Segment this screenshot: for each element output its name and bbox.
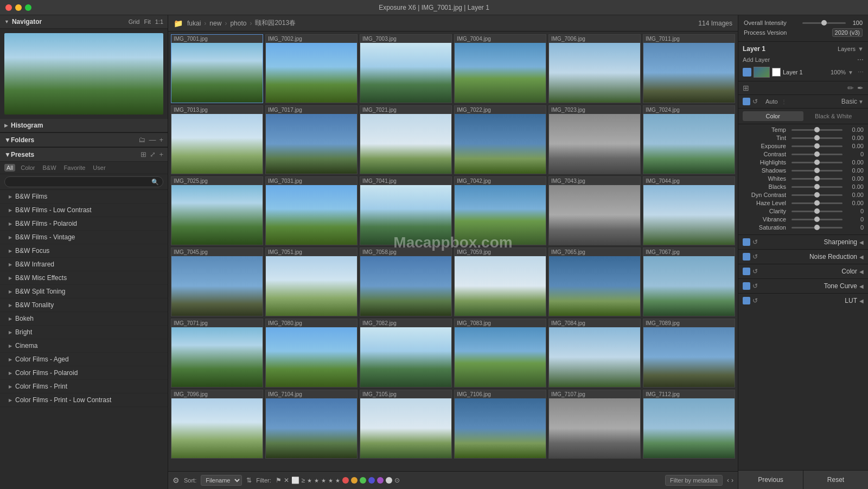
filter-square-icon[interactable]: ⬜ [291,477,299,484]
reset-button[interactable]: Reset [803,471,868,489]
tone-curve-enable-icon[interactable] [743,282,750,290]
image-cell-6[interactable]: IMG_7013.jpg [171,105,263,174]
image-cell-17[interactable]: IMG_7044.jpg [643,176,735,245]
next-image-icon[interactable]: › [731,477,733,484]
image-cell-22[interactable]: IMG_7065.jpg [548,247,641,316]
slider-thumb-4[interactable] [814,160,820,165]
filter-bw[interactable]: B&W [41,164,59,172]
navigator-header[interactable]: ▼ Navigator Grid Fit 1:1 [0,15,168,29]
filter-color[interactable]: Color [18,164,37,172]
maximize-button[interactable] [25,4,31,11]
previous-button[interactable]: Previous [738,471,803,489]
filter-purple-dot[interactable] [377,477,384,484]
presets-plus-icon[interactable]: + [159,150,163,158]
breadcrumb-fukai[interactable]: fukai [187,20,201,27]
slider-thumb-2[interactable] [814,143,820,149]
image-cell-35[interactable]: IMG_7112.jpg [643,390,735,459]
nav-grid-btn[interactable]: Grid [129,18,140,25]
breadcrumb-new[interactable]: new [209,20,221,27]
image-cell-10[interactable]: IMG_7023.jpg [548,105,641,174]
image-cell-1[interactable]: IMG_7002.jpg [265,34,358,103]
preset-item-11[interactable]: ▶Cinema [0,339,168,353]
basic-mode-label[interactable]: Basic [787,98,857,105]
preset-item-1[interactable]: ▶B&W Films - Low Contrast [0,204,168,217]
preset-item-4[interactable]: ▶B&W Focus [0,244,168,258]
preset-item-5[interactable]: ▶B&W Infrared [0,258,168,271]
folder-minus-icon[interactable]: — [149,136,156,144]
preset-item-2[interactable]: ▶B&W Films - Polaroid [0,217,168,231]
folder-icon-folder[interactable]: 🗂 [138,136,145,144]
filter-green-dot[interactable] [360,477,366,484]
image-cell-14[interactable]: IMG_7041.jpg [360,176,452,245]
filter-x-icon[interactable]: ✕ [284,477,289,484]
preset-search-input[interactable] [4,176,163,187]
sharpening-panel[interactable]: ↺ Sharpening ◀ [738,234,868,249]
image-cell-25[interactable]: IMG_7080.jpg [265,319,358,388]
image-cell-24[interactable]: IMG_7071.jpg [171,319,263,388]
preset-item-3[interactable]: ▶B&W Films - Vintage [0,231,168,244]
image-cell-12[interactable]: IMG_7025.jpg [171,176,263,245]
image-cell-9[interactable]: IMG_7022.jpg [454,105,546,174]
image-cell-0[interactable]: IMG_7001.jpg [171,34,263,103]
prev-image-icon[interactable]: ‹ [727,477,729,484]
filter-gray-dot[interactable] [386,477,392,484]
noise-reset-icon[interactable]: ↺ [752,253,758,261]
filter-star5[interactable]: ★ [335,478,340,484]
filter-blue-dot[interactable] [368,477,375,484]
slider-thumb-3[interactable] [814,151,820,157]
sharpening-reset-icon[interactable]: ↺ [752,238,758,246]
filter-star1[interactable]: ★ [307,478,312,484]
histogram-header[interactable]: ▶ Histogram [0,119,168,132]
image-cell-19[interactable]: IMG_7051.jpg [265,247,358,316]
color-panel[interactable]: ↺ Color ◀ [738,264,868,278]
filter-meta-button[interactable]: Filter by metadata [665,475,723,486]
filter-orange-dot[interactable] [351,477,358,484]
slider-thumb-9[interactable] [814,200,820,206]
nav-fit-btn[interactable]: Fit [144,18,150,25]
preset-item-9[interactable]: ▶Bokeh [0,312,168,326]
image-cell-2[interactable]: IMG_7003.jpg [360,34,452,103]
image-cell-34[interactable]: IMG_7107.jpg [548,390,641,459]
tone-curve-reset-icon[interactable]: ↺ [752,282,758,290]
gear-icon[interactable]: ⚙ [173,476,180,485]
preset-item-7[interactable]: ▶B&W Split Toning [0,285,168,299]
filter-user[interactable]: User [91,164,107,172]
preset-item-14[interactable]: ▶Color Films - Print [0,380,168,393]
layer-menu-icon[interactable]: ⋯ [857,56,864,63]
image-cell-26[interactable]: IMG_7082.jpg [360,319,452,388]
basic-enable-icon[interactable] [743,98,750,105]
layer-item[interactable]: Layer 1 100% ▼ ⋯ [743,67,864,78]
slider-thumb-11[interactable] [814,217,820,222]
preset-item-13[interactable]: ▶Color Films - Polaroid [0,366,168,380]
close-button[interactable] [5,4,12,11]
slider-thumb-7[interactable] [814,184,820,189]
presets-grid-icon[interactable]: ⊞ [141,150,146,158]
image-cell-20[interactable]: IMG_7058.jpg [360,247,452,316]
filter-flag-icon[interactable]: ⚑ [276,477,282,484]
image-cell-18[interactable]: IMG_7045.jpg [171,247,263,316]
bw-tab[interactable]: Black & White [803,111,864,121]
sort-select[interactable]: Filename Date Rating [201,475,242,486]
image-cell-30[interactable]: IMG_7096.jpg [171,390,263,459]
presets-expand-icon[interactable]: ⤢ [150,150,156,158]
layers-button[interactable]: Layers [838,46,856,52]
sharpening-enable-icon[interactable] [743,238,750,246]
minimize-button[interactable] [15,4,22,11]
eraser-tool-icon[interactable]: ✒ [857,84,864,92]
image-cell-5[interactable]: IMG_7011.jpg [643,34,735,103]
lut-enable-icon[interactable] [743,297,750,304]
nav-1to1-btn[interactable]: 1:1 [155,18,163,25]
presets-header[interactable]: ▼ Presets ⊞ ⤢ + [0,148,168,162]
noise-reduction-panel[interactable]: ↺ Noise Reduction ◀ [738,249,868,264]
slider-thumb-1[interactable] [814,135,820,141]
color-panel-enable-icon[interactable] [743,268,750,275]
image-cell-27[interactable]: IMG_7083.jpg [454,319,546,388]
image-cell-4[interactable]: IMG_7006.jpg [548,34,641,103]
image-cell-3[interactable]: IMG_7004.jpg [454,34,546,103]
preset-item-10[interactable]: ▶Bright [0,326,168,339]
image-cell-8[interactable]: IMG_7021.jpg [360,105,452,174]
lut-reset-icon[interactable]: ↺ [752,297,758,304]
layer-opacity-value[interactable]: 100% [831,69,846,75]
preset-item-12[interactable]: ▶Color Films - Aged [0,353,168,366]
crop-tool-icon[interactable]: ⊞ [743,84,749,92]
